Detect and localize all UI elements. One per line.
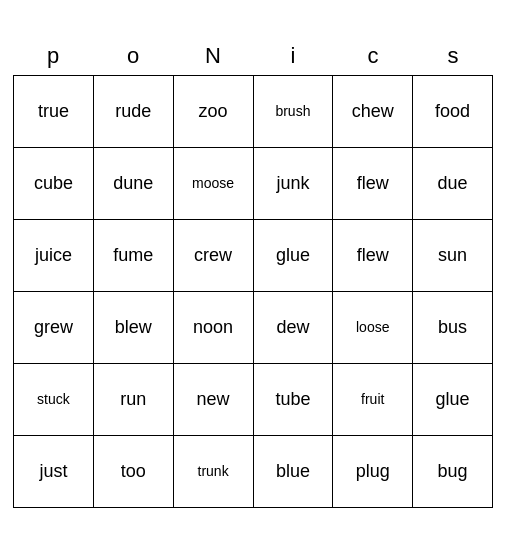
bingo-card: poNics truerudezoobrushchewfoodcubedunem… [13,37,493,508]
cell-5-4: plug [333,436,413,508]
cell-0-4: chew [333,76,413,148]
cell-1-2: moose [174,148,254,220]
cell-5-0: just [14,436,94,508]
header-cell-5: s [413,37,493,75]
cell-3-2: noon [174,292,254,364]
cell-3-3: dew [254,292,334,364]
cell-2-5: sun [413,220,493,292]
header-cell-2: N [173,37,253,75]
cell-3-4: loose [333,292,413,364]
header-row: poNics [13,37,493,75]
cell-4-5: glue [413,364,493,436]
cell-3-1: blew [94,292,174,364]
cell-3-0: grew [14,292,94,364]
header-cell-4: c [333,37,413,75]
cell-0-5: food [413,76,493,148]
cell-3-5: bus [413,292,493,364]
cell-4-3: tube [254,364,334,436]
cell-2-4: flew [333,220,413,292]
cell-1-5: due [413,148,493,220]
cell-2-0: juice [14,220,94,292]
cell-1-3: junk [254,148,334,220]
cell-5-2: trunk [174,436,254,508]
header-cell-1: o [93,37,173,75]
cell-4-4: fruit [333,364,413,436]
cell-5-1: too [94,436,174,508]
cell-0-2: zoo [174,76,254,148]
cell-0-0: true [14,76,94,148]
cell-0-3: brush [254,76,334,148]
cell-1-4: flew [333,148,413,220]
header-cell-0: p [13,37,93,75]
cell-0-1: rude [94,76,174,148]
cell-2-3: glue [254,220,334,292]
cell-5-3: blue [254,436,334,508]
cell-1-1: dune [94,148,174,220]
cell-4-0: stuck [14,364,94,436]
cell-1-0: cube [14,148,94,220]
bingo-grid: truerudezoobrushchewfoodcubedunemoosejun… [13,75,493,508]
cell-5-5: bug [413,436,493,508]
cell-2-1: fume [94,220,174,292]
cell-4-1: run [94,364,174,436]
header-cell-3: i [253,37,333,75]
cell-4-2: new [174,364,254,436]
cell-2-2: crew [174,220,254,292]
